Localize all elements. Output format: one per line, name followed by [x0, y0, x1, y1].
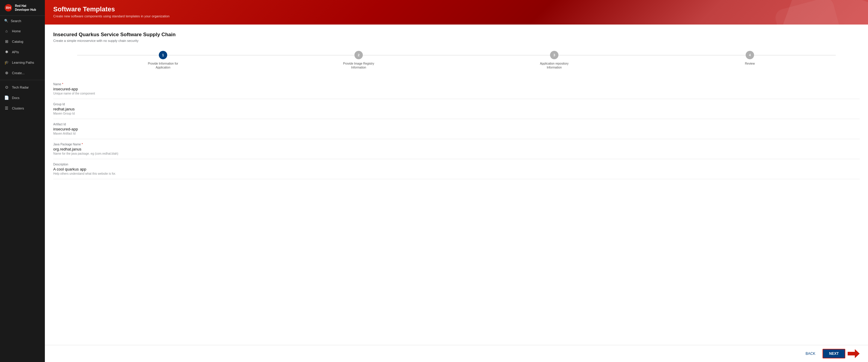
- header-subtitle: Create new software components using sta…: [53, 14, 860, 18]
- field-artifact-id-value[interactable]: insecured-app: [53, 127, 860, 131]
- tech-radar-icon: ⊙: [4, 85, 9, 89]
- next-arrow-indicator: [848, 349, 860, 358]
- create-icon: ⊕: [4, 70, 9, 75]
- sidebar-item-home[interactable]: ⌂ Home: [0, 26, 45, 36]
- field-group-id-value[interactable]: redhat.janus: [53, 107, 860, 111]
- nav-label-home: Home: [12, 29, 21, 33]
- field-java-package-name-helper: Name for the java package. eg (com.redha…: [53, 152, 860, 155]
- search-button[interactable]: 🔍 Search: [0, 16, 45, 26]
- home-icon: ⌂: [4, 29, 9, 33]
- logo-text-line1: Red Hat: [15, 4, 36, 8]
- field-java-package-name: Java Package Name * org.redhat.janus Nam…: [53, 139, 860, 159]
- step-1-circle: 1: [159, 51, 167, 59]
- apis-icon: ✱: [4, 50, 9, 54]
- field-group-id: Group Id redhat.janus Maven Group Id: [53, 99, 860, 119]
- stepper: 1 Provide Information for Application 2 …: [53, 51, 860, 69]
- sidebar-item-docs[interactable]: 📄 Docs: [0, 92, 45, 103]
- sidebar-logo: RH Red Hat Developer Hub: [0, 0, 45, 16]
- field-group-id-helper: Maven Group Id: [53, 112, 860, 115]
- field-artifact-id-label: Artifact Id: [53, 123, 860, 126]
- step-1-label: Provide Information for Application: [145, 62, 181, 69]
- nav-label-catalog: Catalog: [12, 40, 23, 43]
- step-4-label: Review: [745, 62, 755, 65]
- header-banner: Software Templates Create new software c…: [45, 0, 868, 25]
- back-button[interactable]: BACK: [801, 350, 819, 358]
- nav-label-learning-paths: Learning Paths: [12, 61, 34, 64]
- step-2-label: Provide Image Registry Information: [341, 62, 377, 69]
- step-2: 2 Provide Image Registry Information: [261, 51, 457, 69]
- page-description: Create a simple microservice with no sup…: [53, 39, 860, 42]
- field-artifact-id-helper: Maven Artifact Id: [53, 132, 860, 135]
- field-java-package-name-value[interactable]: org.redhat.janus: [53, 147, 860, 151]
- nav-divider: [0, 80, 45, 80]
- nav-label-create: Create...: [12, 71, 25, 75]
- sidebar: RH Red Hat Developer Hub 🔍 Search ⌂ Home…: [0, 0, 45, 362]
- form-footer: BACK NEXT: [45, 345, 868, 362]
- field-artifact-id: Artifact Id insecured-app Maven Artifact…: [53, 119, 860, 139]
- sidebar-item-tech-radar[interactable]: ⊙ Tech Radar: [0, 82, 45, 92]
- next-wrapper: NEXT: [823, 349, 860, 358]
- step-3-label: Application repository Information: [536, 62, 572, 69]
- search-icon: 🔍: [4, 19, 8, 23]
- field-name-value[interactable]: insecured-app: [53, 87, 860, 91]
- next-button[interactable]: NEXT: [823, 349, 845, 358]
- sidebar-item-apis[interactable]: ✱ APIs: [0, 47, 45, 57]
- field-group-id-label: Group Id: [53, 102, 860, 106]
- field-description-label: Description: [53, 163, 860, 166]
- step-4: 4 Review: [652, 51, 848, 65]
- field-description-helper: Help others understand what this website…: [53, 172, 860, 175]
- step-1: 1 Provide Information for Application: [65, 51, 261, 69]
- field-description-value[interactable]: A cool quarkus app: [53, 167, 860, 172]
- sidebar-item-clusters[interactable]: ☰ Clusters: [0, 103, 45, 113]
- step-3-circle: 3: [550, 51, 558, 59]
- field-description: Description A cool quarkus app Help othe…: [53, 159, 860, 179]
- nav-label-clusters: Clusters: [12, 107, 24, 110]
- svg-text:RH: RH: [6, 6, 11, 9]
- sidebar-item-learning-paths[interactable]: 🎓 Learning Paths: [0, 57, 45, 68]
- step-2-circle: 2: [354, 51, 363, 59]
- step-3: 3 Application repository Information: [457, 51, 652, 69]
- content-area: Insecured Quarkus Service Software Suppl…: [45, 25, 868, 345]
- field-name: Name * insecured-app Unique name of the …: [53, 79, 860, 99]
- catalog-icon: ⊞: [4, 39, 9, 44]
- sidebar-nav: ⌂ Home ⊞ Catalog ✱ APIs 🎓 Learning Paths…: [0, 26, 45, 362]
- main-content: Software Templates Create new software c…: [45, 0, 868, 362]
- nav-label-apis: APIs: [12, 50, 19, 54]
- logo-text-line2: Developer Hub: [15, 8, 36, 12]
- clusters-icon: ☰: [4, 106, 9, 111]
- form-section: Name * insecured-app Unique name of the …: [53, 79, 860, 179]
- field-java-package-name-label: Java Package Name *: [53, 143, 860, 146]
- docs-icon: 📄: [4, 95, 9, 100]
- field-name-helper: Unique name of the component: [53, 92, 860, 95]
- sidebar-item-catalog[interactable]: ⊞ Catalog: [0, 36, 45, 47]
- step-4-circle: 4: [746, 51, 754, 59]
- page-title: Insecured Quarkus Service Software Suppl…: [53, 32, 860, 38]
- sidebar-item-create[interactable]: ⊕ Create...: [0, 68, 45, 78]
- learning-paths-icon: 🎓: [4, 60, 9, 65]
- header-title: Software Templates: [53, 5, 860, 13]
- nav-label-docs: Docs: [12, 96, 20, 100]
- field-name-label: Name *: [53, 83, 860, 86]
- nav-label-tech-radar: Tech Radar: [12, 86, 29, 89]
- redhat-logo-icon: RH: [4, 4, 12, 12]
- search-label: Search: [11, 19, 21, 23]
